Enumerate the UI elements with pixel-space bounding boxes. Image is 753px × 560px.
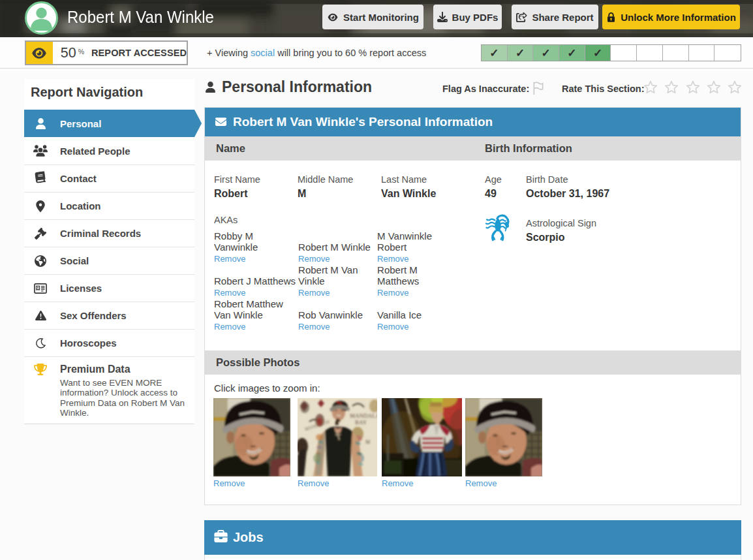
svg-text:MANDALAY: MANDALAY <box>350 412 377 419</box>
svg-text:BAY: BAY <box>355 419 367 426</box>
svg-text:M: M <box>365 439 370 445</box>
